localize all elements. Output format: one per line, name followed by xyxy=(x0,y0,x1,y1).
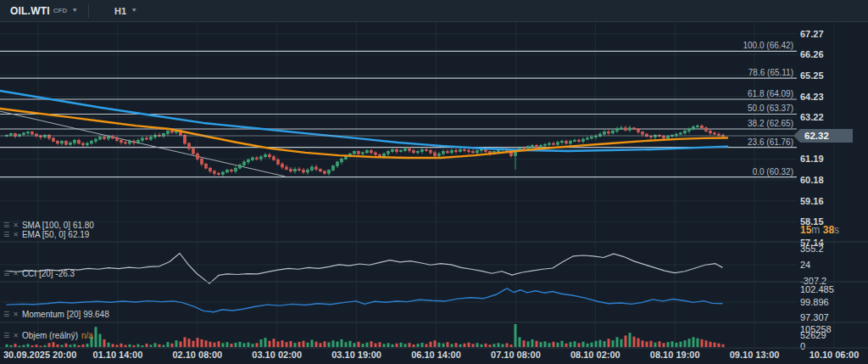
fib-level-label: 38.2 (62.65) xyxy=(748,119,793,128)
volume-bar xyxy=(604,341,606,347)
candle-body xyxy=(637,129,640,132)
candle-body xyxy=(612,131,615,132)
volume-bar xyxy=(417,344,420,347)
indicator-legend-ema: ☰ ✕ EMA [50, 0] 62.19 xyxy=(3,230,89,239)
time-axis-label: 08.10 19:00 xyxy=(650,350,700,360)
indicator-settings-icon[interactable]: ☰ xyxy=(3,271,9,277)
volume-bar xyxy=(663,343,665,347)
candle-body xyxy=(667,136,670,137)
volume-bar xyxy=(48,343,51,347)
indicator-settings-icon[interactable]: ☰ xyxy=(3,311,9,318)
candle-body xyxy=(485,149,487,151)
volume-bar xyxy=(154,343,157,347)
volume-bar xyxy=(587,344,589,347)
candle-body xyxy=(523,148,526,148)
volume-bar xyxy=(548,343,551,347)
candle-body xyxy=(281,164,284,167)
volume-bar xyxy=(226,342,229,347)
volume-bar xyxy=(442,344,445,347)
candle-body xyxy=(214,171,216,173)
timeframe-dropdown[interactable]: H1 ▼ xyxy=(89,0,147,21)
volume-bar xyxy=(654,343,657,347)
time-axis-label: 09.10 13:00 xyxy=(730,350,780,360)
volume-bar xyxy=(642,340,644,347)
time-axis-label: 01.10 14:00 xyxy=(93,350,143,360)
time-axis-label: 07.10 08:00 xyxy=(491,350,541,360)
momentum-line[interactable] xyxy=(7,288,722,312)
volume-bar xyxy=(61,345,64,347)
candle-body xyxy=(442,152,445,154)
price-axis-label: 64.23 xyxy=(800,92,824,102)
candle-body xyxy=(604,132,606,134)
indicator-settings-icon[interactable]: ☰ xyxy=(3,222,9,229)
candle-body xyxy=(192,148,195,154)
volume-bar xyxy=(307,343,309,347)
volume-bar xyxy=(349,341,352,347)
indicator-settings-icon[interactable]: ☰ xyxy=(3,333,9,339)
candle-body xyxy=(184,135,186,143)
volume-bar xyxy=(527,341,530,347)
instrument-name: OIL.WTI xyxy=(10,5,50,17)
timer-minutes-unit: m xyxy=(811,224,820,236)
indicator-remove-icon[interactable]: ✕ xyxy=(13,232,19,238)
volume-bar xyxy=(95,327,97,347)
price-axis-label: 66.26 xyxy=(800,49,824,59)
candle-body xyxy=(269,154,271,156)
candle-body xyxy=(95,139,97,141)
candle-body xyxy=(328,171,331,174)
instrument-dropdown[interactable]: OIL.WTI CFD ▼ xyxy=(0,0,88,21)
volume-bar xyxy=(214,343,216,347)
candle-body xyxy=(61,142,64,143)
candle-body xyxy=(557,143,559,144)
candle-body xyxy=(362,153,364,154)
volume-bar xyxy=(23,345,25,347)
volume-bar xyxy=(472,344,475,347)
candle-body xyxy=(341,159,343,162)
candle-body xyxy=(218,173,220,174)
volume-bar xyxy=(430,342,432,347)
cci-line[interactable] xyxy=(7,254,722,284)
candle-body xyxy=(426,149,428,150)
volume-bar xyxy=(570,342,572,347)
volume-bar xyxy=(481,344,483,347)
volume-bar xyxy=(332,340,335,347)
volume-axis-label: 0 xyxy=(800,341,805,351)
indicator-remove-icon[interactable]: ✕ xyxy=(13,311,19,318)
volume-bar xyxy=(468,343,470,347)
indicator-remove-icon[interactable]: ✕ xyxy=(13,271,19,277)
price-axis-label: 67.27 xyxy=(800,29,824,39)
candle-body xyxy=(273,157,275,160)
volume-bar xyxy=(125,344,127,347)
candle-body xyxy=(353,152,356,154)
candle-body xyxy=(642,132,644,134)
volume-bar xyxy=(396,344,398,347)
indicator-settings-icon[interactable]: ☰ xyxy=(3,232,9,238)
candle-body xyxy=(375,153,377,154)
indicator-remove-icon[interactable]: ✕ xyxy=(13,222,19,229)
volume-bar xyxy=(273,339,275,347)
fib-level-label: 23.6 (61.76) xyxy=(748,137,793,147)
volume-bar xyxy=(99,334,102,347)
candle-body xyxy=(137,140,140,143)
candle-body xyxy=(608,132,610,133)
volume-bar xyxy=(70,344,72,347)
candle-body xyxy=(108,137,110,138)
volume-bar xyxy=(375,344,377,347)
indicator-remove-icon[interactable]: ✕ xyxy=(13,333,19,339)
indicator-legend-cci: ☰ ✕ CCI [20] -26.3 xyxy=(3,269,75,278)
candle-body xyxy=(688,129,691,131)
volume-bar xyxy=(269,341,271,347)
candle-body xyxy=(616,129,619,131)
indicator-legend-volume: ☰ ✕ Objem (reálný) n/a xyxy=(3,331,93,340)
volume-bar xyxy=(298,342,301,347)
candle-body xyxy=(231,171,233,171)
chart-canvas[interactable]: 100.0 (66.42)78.6 (65.11)61.8 (64.09)50.… xyxy=(0,0,868,364)
instrument-type-label: CFD xyxy=(53,7,67,14)
price-axis-label: 63.22 xyxy=(800,112,824,122)
candle-body xyxy=(294,169,297,171)
candle-body xyxy=(705,128,708,132)
candle-body xyxy=(209,168,212,171)
volume-bar xyxy=(303,341,305,347)
candle-body xyxy=(578,140,581,141)
candle-body xyxy=(582,139,585,141)
